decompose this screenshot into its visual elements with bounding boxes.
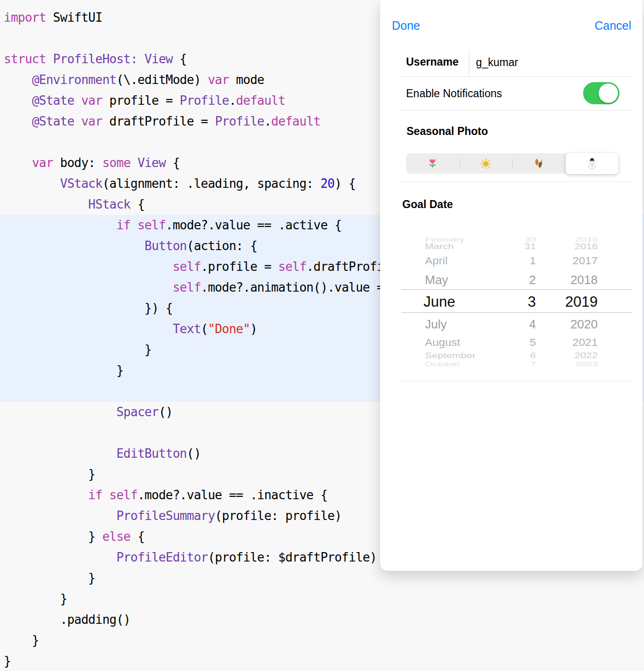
code-line: } [0, 630, 644, 651]
goal-date-picker[interactable]: February302015March312016April12017May22… [380, 233, 643, 373]
picker-day-value: 3 [489, 293, 536, 311]
code-line: .padding() [0, 609, 644, 630]
picker-month-value: June [424, 293, 455, 311]
username-field[interactable]: g_kumar [476, 56, 518, 69]
picker-year-value: 2020 [536, 315, 598, 334]
username-divider [469, 50, 469, 75]
picker-day-value: 1 [489, 252, 536, 269]
picker-selection-line [401, 289, 633, 290]
row-divider [401, 181, 633, 182]
goal-date-label: Goal Date [402, 198, 453, 211]
picker-day-value: 31 [489, 240, 536, 254]
toggle-knob [599, 84, 618, 103]
picker-selection-line [401, 312, 633, 313]
picker-row[interactable]: April12017 [380, 252, 643, 269]
picker-year-value: 2017 [536, 252, 598, 269]
code-line: } [0, 651, 644, 671]
picker-year-value: 2023 [536, 359, 598, 369]
picker-month-value: May [425, 270, 448, 289]
snowman-icon [586, 158, 598, 170]
done-button[interactable]: Done [392, 19, 420, 33]
picker-row[interactable]: October72023 [380, 359, 643, 369]
picker-day-value: 4 [489, 315, 536, 334]
notifications-toggle[interactable] [583, 82, 619, 104]
picker-year-value: 2018 [536, 270, 598, 289]
row-divider [401, 76, 633, 77]
sun-with-face-icon [480, 158, 492, 170]
picker-month-value: October [425, 359, 460, 369]
picker-year-value: 2019 [536, 293, 598, 311]
row-divider [401, 381, 633, 381]
picker-year-value: 2016 [536, 240, 598, 254]
cancel-button[interactable]: Cancel [594, 19, 631, 33]
row-divider [401, 110, 633, 110]
segment-sun-with-face[interactable] [459, 153, 513, 174]
segment-tulip[interactable] [406, 153, 459, 174]
picker-row[interactable]: June32019 [380, 293, 643, 311]
picker-row[interactable]: July42020 [380, 315, 643, 334]
username-label: Username [406, 56, 458, 68]
code-line: } [0, 588, 644, 609]
picker-day-value: 7 [489, 359, 536, 369]
seasonal-photo-label: Seasonal Photo [407, 125, 488, 138]
picker-month-value: April [425, 252, 448, 269]
tulip-icon [426, 158, 439, 170]
picker-day-value: 2 [489, 270, 536, 289]
enable-notifications-label: Enable Notifications [406, 87, 502, 100]
segment-snowman[interactable] [566, 153, 619, 174]
picker-month-value: March [425, 240, 454, 254]
seasonal-photo-segmented-control [406, 153, 619, 174]
picker-row[interactable]: May22018 [380, 270, 643, 289]
picker-row[interactable]: March312016 [380, 240, 643, 254]
segment-fallen-leaves[interactable] [512, 153, 566, 174]
fallen-leaves-icon [533, 158, 545, 170]
profile-editor-panel: Done Cancel Username g_kumar Enable Noti… [380, 0, 643, 571]
picker-month-value: July [425, 315, 447, 334]
